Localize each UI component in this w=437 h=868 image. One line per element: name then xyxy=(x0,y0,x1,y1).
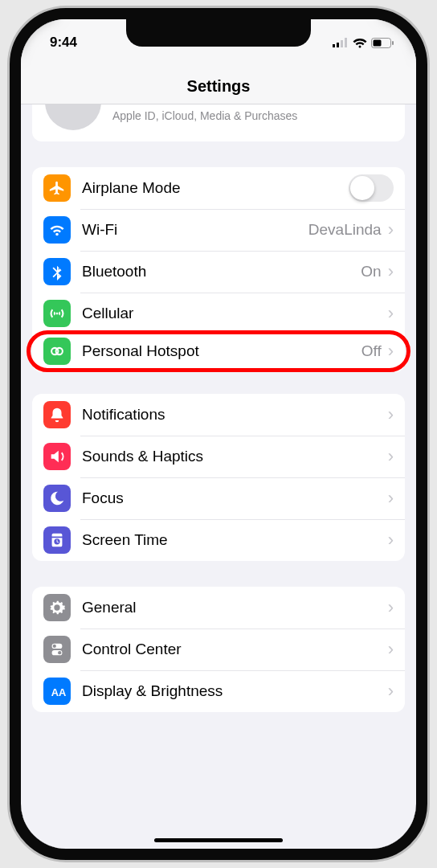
svg-rect-5 xyxy=(374,39,382,46)
svg-rect-0 xyxy=(333,44,335,47)
row-label: Display & Brightness xyxy=(82,682,388,700)
row-general[interactable]: General › xyxy=(32,587,405,628)
svg-point-12 xyxy=(58,651,61,654)
home-indicator[interactable] xyxy=(154,838,283,842)
chevron-right-icon: › xyxy=(388,530,394,551)
display-icon: AA xyxy=(43,678,71,705)
chevron-right-icon: › xyxy=(388,639,394,660)
cellular-signal-icon xyxy=(333,38,349,47)
hotspot-icon xyxy=(43,338,71,365)
avatar xyxy=(45,104,101,130)
bluetooth-icon xyxy=(43,258,71,285)
notifications-icon xyxy=(43,401,71,428)
apple-id-group[interactable]: Apple ID, iCloud, Media & Purchases xyxy=(32,104,405,141)
row-label: Wi-Fi xyxy=(82,221,308,239)
svg-rect-2 xyxy=(341,40,343,47)
svg-point-11 xyxy=(53,645,56,648)
chevron-right-icon: › xyxy=(388,261,394,282)
chevron-right-icon: › xyxy=(388,219,394,240)
cellular-icon xyxy=(43,300,71,327)
svg-rect-6 xyxy=(392,41,394,45)
row-value: On xyxy=(361,263,381,280)
row-airplane-mode[interactable]: Airplane Mode xyxy=(32,167,405,209)
row-notifications[interactable]: Notifications › xyxy=(32,394,405,436)
row-label: Bluetooth xyxy=(82,263,361,280)
chevron-right-icon: › xyxy=(388,341,394,362)
row-control-center[interactable]: Control Center › xyxy=(32,628,405,670)
row-label: Notifications xyxy=(82,406,388,424)
chevron-right-icon: › xyxy=(388,303,394,324)
chevron-right-icon: › xyxy=(388,488,394,509)
page-title: Settings xyxy=(187,77,251,96)
general-icon xyxy=(43,594,71,621)
svg-point-8 xyxy=(56,348,63,354)
general-group: General › Control Center › AA Display & … xyxy=(32,587,405,712)
status-indicators xyxy=(333,38,394,48)
focus-icon xyxy=(43,485,71,512)
chevron-right-icon: › xyxy=(388,681,394,702)
status-time: 9:44 xyxy=(50,35,77,51)
row-display-brightness[interactable]: AA Display & Brightness › xyxy=(32,670,405,712)
airplane-toggle[interactable] xyxy=(349,174,394,202)
svg-rect-1 xyxy=(337,43,339,47)
notifications-group: Notifications › Sounds & Haptics › Focus… xyxy=(32,394,405,561)
chevron-right-icon: › xyxy=(388,597,394,618)
connectivity-group: Airplane Mode Wi-Fi DevaLinda › Bluetoot… xyxy=(32,167,405,372)
row-label: Screen Time xyxy=(82,531,388,549)
row-label: General xyxy=(82,599,388,616)
row-label: Control Center xyxy=(82,641,388,658)
row-label: Focus xyxy=(82,489,388,507)
sounds-icon xyxy=(43,443,71,470)
row-value: Off xyxy=(361,342,382,360)
row-label: Cellular xyxy=(82,305,388,322)
row-screen-time[interactable]: Screen Time › xyxy=(32,519,405,561)
row-sounds-haptics[interactable]: Sounds & Haptics › xyxy=(32,436,405,477)
screentime-icon xyxy=(43,526,71,554)
chevron-right-icon: › xyxy=(388,446,394,467)
wifi-settings-icon xyxy=(43,216,71,244)
chevron-right-icon: › xyxy=(388,404,394,425)
control-center-icon xyxy=(43,636,71,663)
svg-text:AA: AA xyxy=(51,686,66,698)
wifi-icon xyxy=(353,38,367,48)
battery-icon xyxy=(371,38,394,48)
apple-id-subtitle: Apple ID, iCloud, Media & Purchases xyxy=(112,109,297,124)
row-label: Sounds & Haptics xyxy=(82,448,388,465)
row-focus[interactable]: Focus › xyxy=(32,477,405,519)
row-label: Personal Hotspot xyxy=(82,342,361,360)
row-cellular[interactable]: Cellular › xyxy=(32,293,405,334)
row-wifi[interactable]: Wi-Fi DevaLinda › xyxy=(32,209,405,251)
row-value: DevaLinda xyxy=(308,221,382,239)
row-bluetooth[interactable]: Bluetooth On › xyxy=(32,251,405,293)
svg-rect-3 xyxy=(345,38,347,47)
row-personal-hotspot[interactable]: Personal Hotspot Off › xyxy=(27,330,410,372)
row-label: Airplane Mode xyxy=(82,179,349,197)
airplane-icon xyxy=(43,174,71,202)
